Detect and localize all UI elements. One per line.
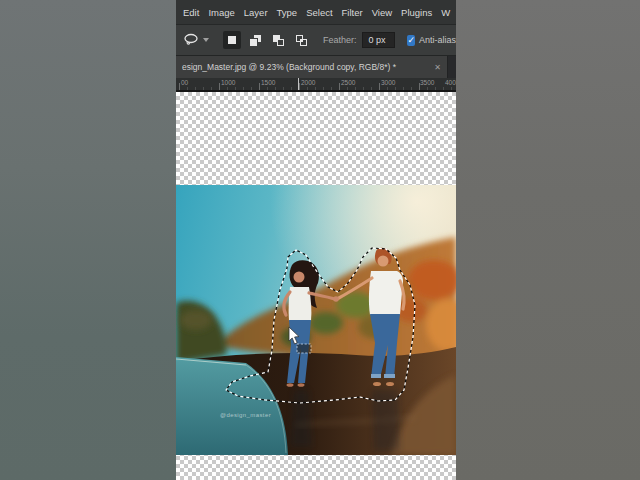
watermark-text: @design_master [220, 412, 271, 418]
photoshop-window: Edit Image Layer Type Select Filter View… [176, 0, 456, 480]
document-tab-bar: esign_Master.jpg @ 9.23% (Background cop… [176, 56, 456, 78]
check-icon: ✓ [407, 36, 415, 45]
intersect-selection-button[interactable] [292, 31, 310, 49]
new-selection-button[interactable] [223, 31, 241, 49]
horizontal-ruler: 00 1000 1500 2000 2500 3000 3500 400 [176, 78, 456, 92]
ruler-label: 2000 [301, 79, 315, 86]
document-tab-title: esign_Master.jpg @ 9.23% (Background cop… [182, 62, 429, 72]
antialias-checkbox[interactable]: ✓ [407, 35, 415, 46]
photo-artwork [176, 185, 456, 455]
ruler-label: 00 [181, 79, 188, 86]
menu-view[interactable]: View [372, 7, 392, 18]
add-to-selection-button[interactable] [246, 31, 264, 49]
beach [176, 347, 456, 455]
ruler-label: 400 [445, 79, 456, 86]
feather-label: Feather: [323, 35, 357, 45]
photo-layer[interactable]: @design_master [176, 185, 456, 455]
subtract-from-selection-icon [273, 35, 284, 46]
held-hands [333, 296, 339, 302]
close-icon[interactable]: ✕ [434, 63, 441, 72]
menu-image[interactable]: Image [208, 7, 234, 18]
letterbox-blur-left [0, 0, 176, 480]
lasso-tool-button[interactable] [181, 31, 211, 49]
menu-plugins[interactable]: Plugins [401, 7, 432, 18]
intersect-selection-icon [296, 35, 307, 46]
tool-options-bar: Feather: 0 px ✓ Anti-alias [176, 25, 456, 56]
menu-window[interactable]: W [441, 7, 450, 18]
menu-layer[interactable]: Layer [244, 7, 268, 18]
menu-edit[interactable]: Edit [183, 7, 199, 18]
menu-bar: Edit Image Layer Type Select Filter View… [176, 0, 456, 25]
add-to-selection-icon [250, 35, 261, 46]
document-canvas[interactable]: @design_master [176, 92, 456, 480]
chevron-down-icon[interactable] [203, 38, 209, 42]
menu-select[interactable]: Select [306, 7, 332, 18]
ruler-cursor-indicator [298, 78, 299, 90]
subtract-from-selection-button[interactable] [269, 31, 287, 49]
ruler-label: 3500 [420, 79, 434, 86]
letterbox-blur-right [456, 0, 640, 480]
lasso-icon [183, 33, 199, 47]
document-tab[interactable]: esign_Master.jpg @ 9.23% (Background cop… [176, 56, 448, 78]
feather-input[interactable]: 0 px [362, 32, 396, 48]
tab-bar-spacer [448, 56, 456, 78]
ruler-label: 1000 [221, 79, 235, 86]
ruler-label: 2500 [341, 79, 355, 86]
new-selection-icon [228, 36, 236, 44]
ruler-label: 1500 [261, 79, 275, 86]
antialias-label: Anti-alias [419, 35, 456, 45]
menu-type[interactable]: Type [277, 7, 298, 18]
menu-filter[interactable]: Filter [342, 7, 363, 18]
ruler-label: 3000 [381, 79, 395, 86]
selection-mode-group [223, 31, 310, 49]
